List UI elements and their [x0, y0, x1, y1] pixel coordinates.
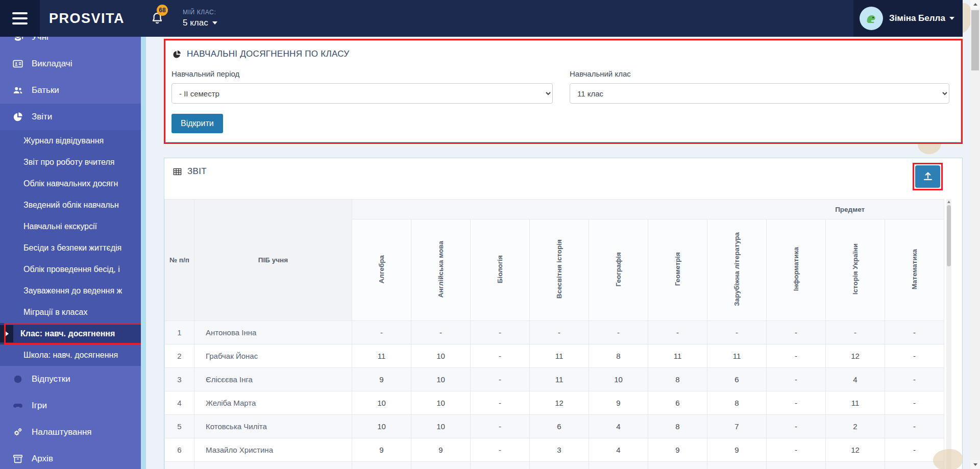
- notifications-button[interactable]: 68: [150, 11, 164, 26]
- mark-cell: -: [352, 321, 411, 344]
- subject-column-header-label: Інформатика: [793, 247, 800, 291]
- mark-cell: 9: [648, 438, 707, 462]
- mark-cell: -: [767, 391, 826, 415]
- mark-cell: -: [471, 321, 530, 344]
- mark-cell: 10: [411, 344, 471, 368]
- mark-cell: 12: [589, 462, 648, 469]
- student-row: 5Котовська Чиліта1010-6487-2-: [165, 415, 944, 438]
- sidebar-item-label: Зведений облік навчальн: [23, 201, 119, 210]
- mark-cell: -: [885, 321, 944, 344]
- student-name-cell: Котовська Чиліта: [194, 415, 352, 438]
- sidebar-item-safety-talks[interactable]: Бесіди з безпеки життєдія: [0, 237, 141, 259]
- filters-row: Навчальний період - ІІ семестр Навчальни…: [166, 59, 961, 104]
- main-content: НАВЧАЛЬНІ ДОСЯГНЕННЯ ПО КЛАСУ Навчальний…: [146, 37, 970, 469]
- sidebar-item-reports[interactable]: Звіти: [0, 104, 141, 130]
- student-row: 2Грабчак Йонас1110-1181111-12-: [165, 344, 944, 368]
- sidebar-item-settings[interactable]: Налаштування: [0, 419, 141, 446]
- sidebar-item-achievements-record[interactable]: Облік навчальних досягн: [0, 173, 141, 194]
- export-button-annotation: [913, 163, 943, 190]
- mark-cell: -: [471, 462, 530, 469]
- chevron-down-icon: [212, 21, 217, 24]
- export-button[interactable]: [915, 165, 940, 188]
- sidebar-item-archive[interactable]: Архів: [0, 446, 141, 469]
- row-number-cell: 1: [165, 321, 194, 344]
- column-group-header-subject: Предмет: [352, 200, 944, 219]
- sidebar-item-attendance-journal[interactable]: Журнал відвідування: [0, 130, 141, 152]
- mark-cell: -: [885, 344, 944, 368]
- user-menu[interactable]: Зіміна Белла: [853, 0, 963, 37]
- scrollbar-down-button[interactable]: [970, 460, 980, 469]
- mark-cell: 4: [589, 438, 648, 462]
- sidebar-item-parents[interactable]: Батьки: [0, 77, 141, 104]
- sidebar-item-students[interactable]: Учні: [0, 37, 141, 51]
- menu-toggle-button[interactable]: [0, 0, 40, 37]
- mark-cell: -: [885, 415, 944, 438]
- mark-cell: 8: [352, 462, 411, 469]
- filters-panel-annotation: НАВЧАЛЬНІ ДОСЯГНЕННЯ ПО КЛАСУ Навчальний…: [164, 39, 963, 144]
- sidebar-item-teacher-work-report[interactable]: Звіт про роботу вчителя: [0, 152, 141, 173]
- mark-cell: 10: [352, 391, 411, 415]
- page-scrollbar-thumb[interactable]: [971, 10, 979, 70]
- sidebar-item-label: Школа: навч. досягнення: [23, 351, 118, 360]
- mark-cell: 11: [826, 391, 885, 415]
- sidebar-item-class-migrations[interactable]: Міграції в класах: [0, 302, 141, 323]
- open-button[interactable]: Відкрити: [172, 114, 223, 133]
- chevron-down-icon: [949, 17, 954, 20]
- mark-cell: 10: [352, 415, 411, 438]
- sidebar-item-talks-record[interactable]: Облік проведення бесід, і: [0, 259, 141, 280]
- sidebar-item-label: Ігри: [32, 401, 47, 411]
- bell-icon: [150, 18, 164, 27]
- mark-cell: 12: [826, 344, 885, 368]
- mark-cell: 10: [411, 415, 471, 438]
- mark-cell: -: [885, 368, 944, 391]
- sidebar-item-class-achievements[interactable]: Клас: навч. досягнення: [0, 323, 141, 344]
- mark-cell: 9: [411, 462, 471, 469]
- subject-column-header: Англійська мова: [411, 219, 471, 321]
- scroll-up-icon: [947, 201, 950, 203]
- sidebar-item-games[interactable]: Ігри: [0, 392, 141, 419]
- my-class-selector[interactable]: МІЙ КЛАС: 5 клас: [183, 9, 217, 28]
- period-field: Навчальний період - ІІ семестр: [172, 69, 553, 104]
- sidebar-item-summary-achievements[interactable]: Зведений облік навчальн: [0, 194, 141, 216]
- subject-column-header-label: Всесвітня історія: [556, 239, 563, 299]
- sidebar: УчніВикладачіБатькиЗвітиЖурнал відвідува…: [0, 37, 141, 469]
- subject-column-header: Всесвітня історія: [530, 219, 589, 321]
- subject-column-header-label: Біологія: [497, 255, 504, 283]
- sidebar-item-excursions[interactable]: Навчальні екскурсії: [0, 216, 141, 237]
- subject-column-header: Зарубіжна література: [707, 219, 767, 321]
- sidebar-item-vacations[interactable]: Відпустки: [0, 366, 141, 392]
- student-row: 6Мазайло Христина99-3499-12-: [165, 438, 944, 462]
- table-scrollbar-thumb[interactable]: [947, 205, 951, 266]
- sidebar-item-journal-remarks[interactable]: Зауваження до ведення ж: [0, 280, 141, 302]
- row-number-cell: 2: [165, 344, 194, 368]
- sidebar-item-label: Зауваження до ведення ж: [23, 286, 122, 295]
- pie-chart-icon: [172, 50, 182, 59]
- subject-column-header-label: Алгебра: [378, 255, 385, 283]
- student-row: 3Єлісєєва Інга910-111086-4-: [165, 368, 944, 391]
- mark-cell: 4: [826, 368, 885, 391]
- sidebar-item-label: Бесіди з безпеки життєдія: [23, 243, 121, 253]
- class-field: Навчальний клас 11 клас: [570, 69, 949, 104]
- mark-cell: 8: [707, 391, 767, 415]
- period-select[interactable]: - ІІ семестр: [172, 83, 553, 104]
- sidebar-scrollbar[interactable]: [141, 37, 146, 469]
- class-label: Навчальний клас: [570, 69, 949, 78]
- scrollbar-up-button[interactable]: [970, 0, 980, 9]
- mark-cell: 3: [530, 438, 589, 462]
- graduation-cap-icon: [12, 37, 23, 43]
- sidebar-item-label: Облік навчальних досягн: [23, 179, 118, 188]
- sidebar-item-teachers[interactable]: Викладачі: [0, 51, 141, 77]
- table-scrollbar[interactable]: [946, 199, 951, 469]
- mark-cell: -: [826, 321, 885, 344]
- sidebar-item-school-achievements[interactable]: Школа: навч. досягнення: [0, 344, 141, 366]
- mark-cell: 4: [648, 462, 707, 469]
- class-select[interactable]: 11 клас: [570, 83, 949, 104]
- mark-cell: -: [530, 321, 589, 344]
- sidebar-item-label: Міграції в класах: [23, 308, 87, 317]
- page-scrollbar[interactable]: [970, 0, 980, 469]
- student-row: 7Петровський Казбек89-91244-6-: [165, 462, 944, 469]
- mark-cell: -: [767, 344, 826, 368]
- table-grid-icon: [173, 167, 182, 177]
- mark-cell: 6: [530, 415, 589, 438]
- subject-column-header: Історія України: [826, 219, 885, 321]
